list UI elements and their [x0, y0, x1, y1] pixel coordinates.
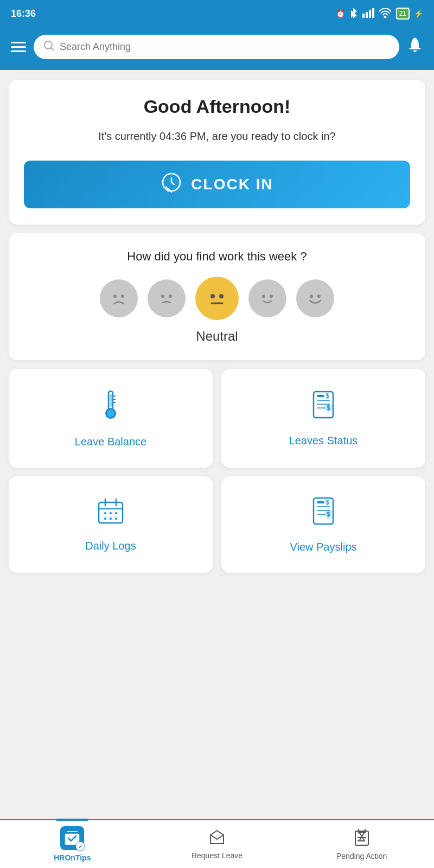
- leave-balance-label: Leave Balance: [75, 436, 146, 448]
- svg-point-25: [317, 295, 321, 298]
- mood-sad[interactable]: [148, 279, 186, 317]
- svg-point-13: [155, 287, 178, 310]
- bluetooth-icon: [349, 7, 358, 21]
- svg-point-22: [270, 295, 273, 298]
- alarm-icon: ⏰: [336, 9, 345, 18]
- document-dollar-icon: $ $: [310, 390, 336, 426]
- bottom-spacer: [9, 582, 425, 636]
- svg-point-24: [310, 295, 313, 298]
- welcome-card: Good Afternoon! It's currently 04:36 PM,…: [9, 80, 425, 225]
- svg-point-5: [384, 16, 386, 18]
- svg-text:$: $: [326, 392, 329, 400]
- payslip-icon: $ $: [310, 496, 336, 532]
- svg-point-49: [110, 518, 112, 520]
- svg-rect-27: [110, 394, 112, 407]
- svg-text:$: $: [326, 499, 329, 506]
- mood-very-sad[interactable]: [100, 279, 138, 317]
- thermometer-icon: [98, 388, 124, 427]
- svg-text:$: $: [327, 404, 330, 412]
- svg-point-23: [304, 287, 327, 310]
- welcome-subtitle: It's currently 04:36 PM, are you ready t…: [24, 128, 410, 144]
- leave-balance-card[interactable]: Leave Balance: [9, 369, 213, 468]
- nav-hrontips[interactable]: HROnTips: [0, 820, 145, 868]
- status-icons: ⏰ 21 ⚡: [336, 7, 423, 21]
- svg-point-10: [107, 287, 130, 310]
- svg-point-48: [104, 518, 106, 520]
- mood-selector: [24, 277, 410, 320]
- notification-bell[interactable]: [407, 36, 423, 58]
- svg-point-21: [262, 295, 265, 298]
- mood-card: How did you find work this week ?: [9, 233, 425, 360]
- svg-point-9: [167, 188, 170, 192]
- signal-icon: [362, 8, 374, 20]
- hrontips-logo-icon: [60, 826, 84, 850]
- mood-neutral[interactable]: [195, 277, 239, 320]
- svg-point-17: [210, 294, 215, 298]
- nav-request-leave[interactable]: Request Leave: [145, 820, 290, 868]
- calendar-icon: [97, 497, 125, 531]
- clock-in-button[interactable]: CLOCK IN: [24, 161, 410, 208]
- mood-happy[interactable]: [248, 279, 286, 317]
- charging-icon: ⚡: [414, 9, 423, 18]
- view-payslips-card[interactable]: $ $ View Payslips: [221, 476, 425, 573]
- pending-action-icon: [353, 828, 371, 848]
- mood-very-happy[interactable]: [296, 279, 334, 317]
- view-payslips-label: View Payslips: [290, 541, 356, 553]
- leaves-status-card[interactable]: $ $ Leaves Status: [221, 369, 425, 468]
- nav-request-leave-label: Request Leave: [192, 851, 242, 860]
- daily-logs-card[interactable]: Daily Logs: [9, 476, 213, 573]
- request-leave-icon: [208, 828, 226, 848]
- search-bar[interactable]: [34, 35, 399, 59]
- actions-grid: Leave Balance $ $ Leaves Status: [9, 369, 425, 573]
- mood-question: How did you find work this week ?: [24, 250, 410, 264]
- status-bar: 16:36 ⏰ 2: [0, 0, 434, 27]
- bottom-navigation: HROnTips Request Leave Pending Action: [0, 819, 434, 868]
- menu-button[interactable]: [11, 42, 26, 52]
- greeting-title: Good Afternoon!: [24, 96, 410, 117]
- daily-logs-label: Daily Logs: [85, 540, 136, 552]
- svg-point-50: [115, 518, 117, 520]
- clock-in-icon: [161, 171, 182, 197]
- nav-hrontips-label: HROnTips: [54, 853, 91, 862]
- search-input[interactable]: [60, 41, 390, 53]
- svg-point-12: [121, 295, 124, 298]
- main-content: Good Afternoon! It's currently 04:36 PM,…: [0, 70, 434, 646]
- svg-point-32: [107, 410, 114, 417]
- wifi-icon: [379, 8, 392, 20]
- svg-rect-34: [317, 395, 324, 397]
- svg-rect-55: [317, 501, 324, 503]
- nav-pending-action[interactable]: Pending Action: [289, 820, 434, 868]
- svg-line-7: [51, 48, 54, 50]
- svg-rect-4: [372, 8, 374, 18]
- svg-rect-2: [366, 12, 368, 18]
- svg-point-16: [203, 284, 231, 312]
- svg-point-14: [161, 295, 164, 298]
- battery-icon: 21: [396, 8, 410, 20]
- svg-point-11: [113, 295, 117, 298]
- mood-selected-label: Neutral: [24, 329, 410, 344]
- svg-rect-1: [362, 14, 365, 18]
- status-time: 16:36: [11, 8, 36, 20]
- svg-point-20: [256, 287, 279, 310]
- nav-pending-action-label: Pending Action: [336, 852, 387, 860]
- svg-rect-3: [369, 10, 371, 18]
- svg-text:$: $: [327, 510, 330, 518]
- svg-point-18: [219, 294, 224, 298]
- search-icon: [43, 40, 54, 54]
- app-header: [0, 27, 434, 70]
- active-indicator: [56, 819, 88, 821]
- svg-point-6: [44, 41, 52, 49]
- leaves-status-label: Leaves Status: [289, 435, 358, 447]
- svg-point-15: [169, 295, 172, 298]
- clock-in-label: CLOCK IN: [191, 176, 273, 193]
